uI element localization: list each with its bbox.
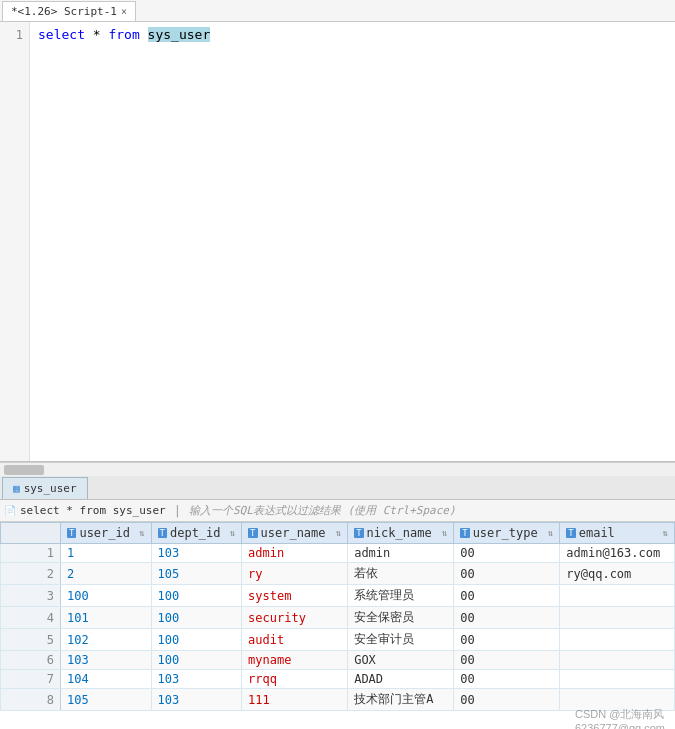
cell-user_id[interactable]: 105 <box>61 689 152 711</box>
filter-bar: 📄 select * from sys_user | 输入一个SQL表达式以过滤… <box>0 500 675 522</box>
sort-icon-nick_name[interactable]: ⇅ <box>442 528 447 538</box>
cell-user_type[interactable]: 00 <box>454 607 560 629</box>
col-label-user_name: user_name <box>261 526 326 540</box>
cell-user_type[interactable]: 00 <box>454 585 560 607</box>
data-table: T user_id ⇅ T dept_id ⇅ <box>0 522 675 711</box>
cell-email[interactable] <box>560 651 675 670</box>
cell-user_type[interactable]: 00 <box>454 544 560 563</box>
cell-dept_id[interactable]: 105 <box>151 563 242 585</box>
col-type-user_type: T <box>460 528 469 538</box>
cell-user_id[interactable]: 1 <box>61 544 152 563</box>
sort-icon-user_id[interactable]: ⇅ <box>139 528 144 538</box>
cell-user_name[interactable]: security <box>242 607 348 629</box>
table-row[interactable]: 7104103rrqqADAD00 <box>1 670 675 689</box>
cell-nick_name[interactable]: ADAD <box>348 670 454 689</box>
keyword-select: select <box>38 27 85 42</box>
result-tab[interactable]: ▦ sys_user <box>2 477 88 499</box>
cell-user_type[interactable]: 00 <box>454 563 560 585</box>
cell-nick_name[interactable]: GOX <box>348 651 454 670</box>
cell-user_id[interactable]: 100 <box>61 585 152 607</box>
cell-user_type[interactable]: 00 <box>454 629 560 651</box>
cell-nick_name[interactable]: 安全保密员 <box>348 607 454 629</box>
cell-user_id[interactable]: 104 <box>61 670 152 689</box>
bottom-panel: ▦ sys_user 📄 select * from sys_user | 输入… <box>0 476 675 729</box>
table-name: sys_user <box>148 27 211 42</box>
horizontal-scrollbar[interactable] <box>0 462 675 476</box>
row-number: 8 <box>1 689 61 711</box>
table-row[interactable]: 3100100system系统管理员00 <box>1 585 675 607</box>
table-row[interactable]: 6103100mynameGOX00 <box>1 651 675 670</box>
table-row[interactable]: 5102100audit安全审计员00 <box>1 629 675 651</box>
cell-nick_name[interactable]: 技术部门主管A <box>348 689 454 711</box>
cell-dept_id[interactable]: 100 <box>151 607 242 629</box>
code-content[interactable]: select * from sys_user <box>30 22 675 461</box>
sort-icon-email[interactable]: ⇅ <box>663 528 668 538</box>
sql-wildcard: * <box>93 27 109 42</box>
table-icon: ▦ <box>13 482 20 495</box>
cell-email[interactable] <box>560 689 675 711</box>
cell-user_name[interactable]: ry <box>242 563 348 585</box>
table-body: 11103adminadmin00admin@163.com22105ry若依0… <box>1 544 675 711</box>
col-type-dept_id: T <box>158 528 167 538</box>
cell-user_id[interactable]: 102 <box>61 629 152 651</box>
cell-user_name[interactable]: admin <box>242 544 348 563</box>
col-header-user_name[interactable]: T user_name ⇅ <box>242 523 348 544</box>
filter-separator: | <box>174 504 181 518</box>
col-label-user_id: user_id <box>79 526 130 540</box>
sort-icon-user_name[interactable]: ⇅ <box>336 528 341 538</box>
cell-user_id[interactable]: 103 <box>61 651 152 670</box>
cell-nick_name[interactable]: 系统管理员 <box>348 585 454 607</box>
table-row[interactable]: 22105ry若依00ry@qq.com <box>1 563 675 585</box>
sort-icon-dept_id[interactable]: ⇅ <box>230 528 235 538</box>
cell-dept_id[interactable]: 100 <box>151 651 242 670</box>
cell-user_name[interactable]: myname <box>242 651 348 670</box>
cell-email[interactable]: admin@163.com <box>560 544 675 563</box>
sql-editor[interactable]: 1 select * from sys_user <box>0 22 675 462</box>
cell-dept_id[interactable]: 100 <box>151 585 242 607</box>
cell-email[interactable]: ry@qq.com <box>560 563 675 585</box>
col-type-user_id: T <box>67 528 76 538</box>
row-number: 3 <box>1 585 61 607</box>
cell-nick_name[interactable]: 若依 <box>348 563 454 585</box>
cell-email[interactable] <box>560 629 675 651</box>
cell-dept_id[interactable]: 103 <box>151 544 242 563</box>
col-header-user_type[interactable]: T user_type ⇅ <box>454 523 560 544</box>
cell-dept_id[interactable]: 103 <box>151 670 242 689</box>
col-header-email[interactable]: T email ⇅ <box>560 523 675 544</box>
cell-user_name[interactable]: audit <box>242 629 348 651</box>
script-tab[interactable]: *<1.26> Script-1 × <box>2 1 136 21</box>
col-type-user_name: T <box>248 528 257 538</box>
data-table-container[interactable]: T user_id ⇅ T dept_id ⇅ <box>0 522 675 729</box>
col-header-user_id[interactable]: T user_id ⇅ <box>61 523 152 544</box>
cell-user_name[interactable]: rrqq <box>242 670 348 689</box>
table-row[interactable]: 4101100security安全保密员00 <box>1 607 675 629</box>
line-numbers: 1 <box>0 22 30 461</box>
cell-dept_id[interactable]: 100 <box>151 629 242 651</box>
row-number: 2 <box>1 563 61 585</box>
cell-email[interactable] <box>560 670 675 689</box>
cell-user_type[interactable]: 00 <box>454 651 560 670</box>
tab-close-button[interactable]: × <box>121 6 127 17</box>
cell-user_id[interactable]: 101 <box>61 607 152 629</box>
cell-email[interactable] <box>560 585 675 607</box>
col-header-dept_id[interactable]: T dept_id ⇅ <box>151 523 242 544</box>
cell-user_id[interactable]: 2 <box>61 563 152 585</box>
row-number: 6 <box>1 651 61 670</box>
col-label-dept_id: dept_id <box>170 526 221 540</box>
sort-icon-user_type[interactable]: ⇅ <box>548 528 553 538</box>
cell-nick_name[interactable]: 安全审计员 <box>348 629 454 651</box>
scroll-thumb[interactable] <box>4 465 44 475</box>
table-row[interactable]: 11103adminadmin00admin@163.com <box>1 544 675 563</box>
col-label-user_type: user_type <box>473 526 538 540</box>
cell-user_name[interactable]: system <box>242 585 348 607</box>
cell-nick_name[interactable]: admin <box>348 544 454 563</box>
col-header-rownum <box>1 523 61 544</box>
table-row[interactable]: 8105103111技术部门主管A00 <box>1 689 675 711</box>
cell-user_name[interactable]: 111 <box>242 689 348 711</box>
cell-dept_id[interactable]: 103 <box>151 689 242 711</box>
cell-user_type[interactable]: 00 <box>454 689 560 711</box>
cell-email[interactable] <box>560 607 675 629</box>
col-header-nick_name[interactable]: T nick_name ⇅ <box>348 523 454 544</box>
col-type-nick_name: T <box>354 528 363 538</box>
cell-user_type[interactable]: 00 <box>454 670 560 689</box>
